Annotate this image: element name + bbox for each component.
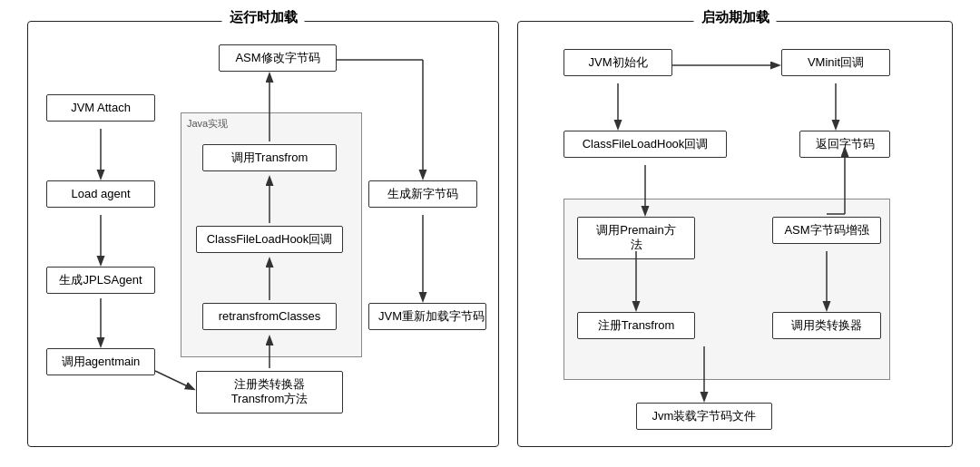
gen-jpls-box: 生成JPLSAgent — [46, 267, 155, 295]
asm-enhance-box: ASM字节码增强 — [772, 217, 881, 245]
asm-modify-box: ASM修改字节码 — [219, 44, 337, 73]
load-agent-box: Load agent — [46, 180, 155, 209]
right-panel-title: 启动期加载 — [694, 9, 777, 26]
java-impl-label: Java实现 — [187, 117, 228, 131]
register-transformer-box: 注册类转换器Transfrom方法 — [196, 371, 343, 414]
jvm-reload-box: JVM重新加载字节码 — [368, 303, 486, 331]
jvm-init-box: JVM初始化 — [564, 49, 672, 77]
jvm-load-box: Jvm装载字节码文件 — [636, 403, 772, 431]
gen-new-bytecode-box: 生成新字节码 — [368, 180, 477, 209]
left-panel: 运行时加载 Java实现 JVM Attach Load agent 生成JPL… — [27, 21, 499, 447]
return-bytecode-box: 返回字节码 — [799, 131, 890, 159]
classfileloadhook-right-box: ClassFileLoadHook回调 — [564, 131, 727, 159]
jvm-attach-box: JVM Attach — [46, 94, 155, 122]
right-panel: 启动期加载 JVM初始化 VMinit回调 ClassFileLoadHook回… — [517, 21, 953, 447]
call-transformer-box: 调用类转换器 — [772, 312, 881, 340]
classfileloadhook-left-box: ClassFileLoadHook回调 — [196, 226, 343, 254]
retransfrom-box: retransfromClasses — [202, 303, 337, 331]
register-transfrom-box: 注册Transfrom — [577, 312, 695, 340]
left-panel-title: 运行时加载 — [222, 9, 305, 26]
call-transfrom-box: 调用Transfrom — [202, 144, 337, 172]
svg-line-3 — [155, 371, 193, 389]
vminit-box: VMinit回调 — [781, 49, 890, 77]
call-agentmain-box: 调用agentmain — [46, 348, 155, 376]
call-premain-box: 调用Premain方法 — [577, 217, 695, 260]
